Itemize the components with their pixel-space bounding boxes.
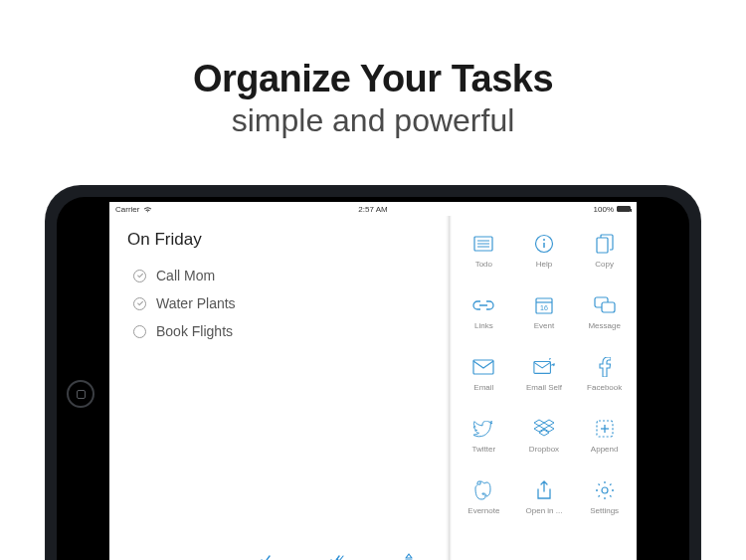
check-all-button[interactable]	[328, 550, 346, 560]
action-label: Twitter	[472, 445, 496, 454]
info-icon	[533, 233, 555, 255]
action-dropbox[interactable]: Dropbox	[514, 405, 575, 467]
action-help[interactable]: Help	[514, 220, 575, 281]
evernote-icon	[472, 479, 494, 501]
svg-point-6	[543, 239, 545, 241]
email-icon	[472, 356, 494, 378]
facebook-icon	[594, 356, 616, 378]
status-bar: Carrier 2:57 AM 100%	[109, 202, 637, 216]
action-open-in[interactable]: Open in ...	[514, 467, 575, 528]
action-label: Event	[534, 321, 554, 330]
task-label: Water Plants	[156, 295, 236, 311]
task-list-pane: On Friday Call Mom Water Plants	[109, 216, 452, 560]
copy-icon	[594, 233, 616, 255]
action-label: Links	[474, 321, 493, 330]
list-icon	[472, 233, 494, 255]
svg-rect-14	[473, 360, 493, 374]
action-append[interactable]: Append	[574, 405, 635, 467]
action-label: Evernote	[467, 506, 499, 515]
append-icon	[594, 418, 616, 440]
gear-icon	[594, 479, 616, 501]
calendar-icon: 16	[533, 294, 555, 316]
action-todo[interactable]: Todo	[454, 220, 514, 281]
check-one-button[interactable]	[257, 550, 275, 560]
email-self-icon	[533, 356, 555, 378]
device-screen: Carrier 2:57 AM 100% On Friday Cal	[109, 202, 637, 560]
battery-label: 100%	[594, 205, 614, 214]
link-icon	[472, 294, 494, 316]
task-row[interactable]: Water Plants	[127, 289, 434, 317]
message-icon	[594, 294, 616, 316]
checkbox-unchecked-icon[interactable]	[133, 325, 146, 338]
action-settings[interactable]: Settings	[574, 467, 635, 528]
dropbox-icon	[533, 418, 555, 440]
action-email-self[interactable]: Email Self	[514, 343, 575, 405]
action-label: Facebook	[587, 383, 622, 392]
tablet-frame: Carrier 2:57 AM 100% On Friday Cal	[45, 185, 701, 560]
action-message[interactable]: Message	[574, 281, 635, 343]
pane-divider	[446, 216, 452, 560]
checkbox-checked-icon[interactable]	[133, 270, 146, 282]
checkbox-checked-icon[interactable]	[133, 297, 146, 310]
svg-rect-8	[597, 238, 608, 253]
svg-text:16: 16	[540, 304, 548, 311]
action-label: Dropbox	[529, 445, 559, 454]
list-title: On Friday	[127, 230, 434, 250]
action-label: Email	[473, 383, 493, 392]
twitter-icon	[472, 418, 494, 440]
action-event[interactable]: 16 Event	[514, 281, 575, 343]
action-email[interactable]: Email	[454, 343, 514, 405]
battery-icon	[617, 206, 631, 212]
action-copy[interactable]: Copy	[574, 220, 635, 281]
task-row[interactable]: Call Mom	[127, 262, 434, 289]
svg-rect-13	[602, 302, 615, 312]
svg-point-19	[602, 487, 608, 493]
wifi-icon	[143, 206, 152, 213]
action-label: Message	[588, 321, 620, 330]
action-panel: Todo Help Copy	[452, 216, 637, 560]
action-evernote[interactable]: Evernote	[454, 467, 514, 528]
action-label: Copy	[595, 260, 614, 269]
headline-title: Organize Your Tasks	[0, 58, 746, 100]
share-icon	[533, 479, 555, 501]
action-label: Settings	[590, 506, 619, 515]
marketing-headline: Organize Your Tasks simple and powerful	[0, 58, 746, 139]
action-twitter[interactable]: Twitter	[454, 405, 514, 467]
action-label: Todo	[475, 260, 492, 269]
clock-label: 2:57 AM	[358, 205, 387, 214]
list-toolbar	[109, 550, 444, 560]
sort-button[interactable]	[400, 550, 418, 560]
task-label: Book Flights	[156, 323, 233, 339]
home-button[interactable]	[67, 380, 94, 408]
task-label: Call Mom	[156, 268, 215, 283]
action-label: Email Self	[526, 383, 562, 392]
task-row[interactable]: Book Flights	[127, 317, 434, 345]
action-label: Open in ...	[526, 506, 563, 515]
action-label: Help	[536, 260, 552, 269]
action-links[interactable]: Links	[454, 281, 514, 343]
carrier-label: Carrier	[115, 205, 139, 214]
headline-subtitle: simple and powerful	[0, 102, 746, 139]
action-facebook[interactable]: Facebook	[574, 343, 635, 405]
action-label: Append	[591, 445, 619, 454]
